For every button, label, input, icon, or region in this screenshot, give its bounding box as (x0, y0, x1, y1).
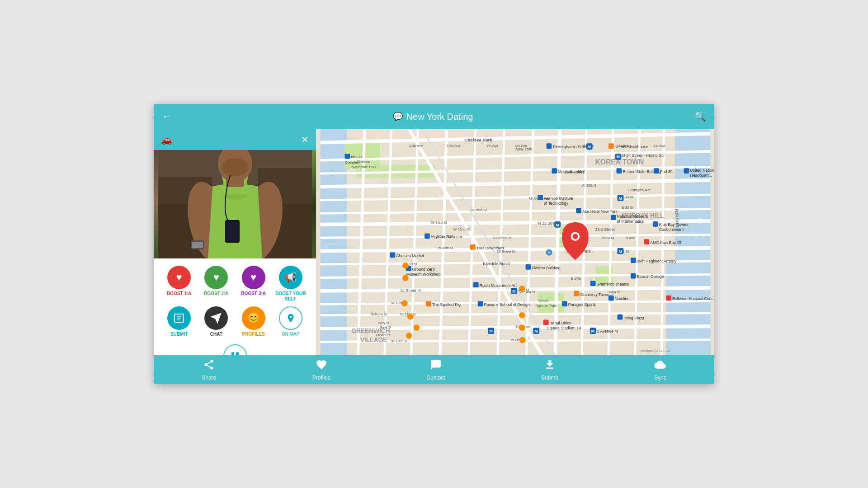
svg-point-206 (402, 275, 409, 282)
sub-header: 🚗 ✕ (154, 129, 316, 150)
tab-contact[interactable]: Contact (426, 359, 445, 381)
svg-text:United Nation: United Nation (690, 168, 714, 173)
header-bar: ← 💬 New York Dating 🔍 (154, 104, 714, 129)
tab-sync[interactable]: Sync (654, 359, 666, 381)
svg-text:23rd Street: 23rd Street (595, 227, 615, 232)
svg-text:14 Street M: 14 Street M (400, 288, 421, 293)
svg-text:Pennsylvania Station: Pennsylvania Station (553, 145, 590, 149)
svg-rect-112 (609, 143, 614, 149)
svg-text:Kips Bay Towers: Kips Bay Towers (659, 222, 689, 227)
svg-text:of Technology: of Technology (544, 201, 569, 206)
chat-button[interactable]: CHAT (200, 306, 232, 337)
svg-point-207 (402, 263, 409, 269)
svg-text:M: M (588, 145, 591, 149)
car-icon: 🚗 (161, 134, 172, 145)
boost3-button[interactable]: ♥ BOOST 3:A (237, 266, 270, 302)
svg-text:Union: Union (538, 298, 549, 303)
boost-self-icon: 📢 (279, 266, 302, 289)
header-chat-icon: 💬 (393, 112, 403, 122)
svg-text:Maialino: Maialino (615, 296, 630, 301)
boost2-button[interactable]: ♥ BOOST 2:A (200, 266, 232, 302)
svg-text:18 St: 18 St (409, 262, 418, 266)
tab-profiles-label: Profiles (312, 375, 330, 381)
contact-icon (430, 359, 442, 373)
profiles-tab-icon (316, 359, 327, 373)
svg-rect-121 (617, 168, 622, 174)
sync-icon (654, 359, 666, 373)
boost1-button[interactable]: ♥ BOOST 1:A (163, 266, 195, 302)
svg-text:Lexington Ave: Lexington Ave (628, 188, 651, 192)
svg-text:Condominium: Condominium (659, 227, 684, 232)
profiles-button[interactable]: 😊 PROFILES (237, 306, 270, 337)
on-map-button[interactable]: ON MAP (274, 306, 307, 337)
svg-text:E 30 St: E 30 St (622, 206, 633, 210)
submit-tab-icon (544, 359, 556, 373)
grid-button[interactable] (223, 344, 247, 355)
svg-text:of Mathematics: of Mathematics (617, 219, 644, 224)
svg-text:The Spotted Pig: The Spotted Pig (432, 302, 461, 307)
svg-text:M: M (617, 155, 620, 159)
svg-text:W 30th St: W 30th St (582, 183, 598, 188)
svg-rect-10 (226, 221, 239, 241)
svg-point-203 (519, 312, 525, 319)
tab-contact-label: Contact (426, 375, 445, 381)
header-title-wrap: 💬 New York Dating (393, 112, 473, 122)
svg-text:Ace Hotel New York: Ace Hotel New York (582, 209, 618, 214)
svg-text:Square Stadium 14: Square Stadium 14 (547, 326, 581, 330)
boost-self-label: BOOST YOUR SELF (274, 291, 307, 302)
close-button[interactable]: ✕ (301, 134, 309, 145)
svg-text:M: M (489, 329, 492, 333)
svg-rect-169 (426, 301, 431, 306)
svg-rect-171 (478, 301, 483, 306)
svg-rect-157 (631, 258, 636, 263)
svg-point-199 (414, 324, 420, 331)
boost3-icon: ♥ (242, 266, 265, 289)
boost-self-button[interactable]: 📢 BOOST YOUR SELF (274, 266, 307, 302)
svg-text:9th Ave: 9th Ave (486, 144, 498, 148)
svg-rect-167 (562, 301, 567, 306)
svg-point-204 (519, 324, 525, 331)
svg-rect-177 (617, 314, 623, 320)
bottom-tab-bar: Share Profiles Contact (154, 355, 714, 384)
svg-text:M: M (556, 223, 559, 227)
svg-text:GREENWICH: GREENWICH (351, 328, 390, 334)
tab-profiles[interactable]: Profiles (312, 359, 330, 381)
svg-text:Fashion Institute: Fashion Institute (544, 196, 573, 201)
svg-rect-107 (547, 143, 552, 149)
svg-text:Square Park: Square Park (535, 304, 558, 308)
submit-button[interactable]: SUBMIT (163, 306, 195, 337)
svg-text:11th Ave: 11th Ave (409, 144, 423, 148)
boost2-label: BOOST 2:A (204, 291, 228, 296)
svg-text:Flatiron Building: Flatiron Building (532, 266, 560, 270)
boost1-label: BOOST 1:A (167, 291, 191, 296)
svg-text:New York: New York (515, 147, 533, 151)
tab-submit[interactable]: Submit (541, 359, 558, 381)
svg-rect-163 (574, 291, 579, 296)
svg-text:Gramercy Tavern: Gramercy Tavern (580, 292, 611, 297)
svg-text:TAO Downtown: TAO Downtown (476, 246, 504, 250)
svg-text:Parsons School of Design: Parsons School of Design (484, 302, 529, 307)
svg-text:VILLAGE: VILLAGE (360, 337, 387, 343)
svg-text:Regal Union: Regal Union (549, 321, 571, 325)
svg-rect-148 (653, 221, 658, 227)
svg-text:69th Regiment Armory: 69th Regiment Armory (637, 259, 677, 263)
svg-text:AMC Kips Bay 15: AMC Kips Bay 15 (650, 240, 681, 245)
action-buttons-grid: ♥ BOOST 1:A ♥ BOOST 2:A ♥ BOOST 3:A 📢 BO… (154, 258, 316, 344)
svg-text:Irving Plaza: Irving Plaza (623, 316, 644, 320)
svg-point-202 (519, 286, 525, 292)
svg-text:23 Street M: 23 Street M (493, 236, 511, 240)
svg-text:Museum Workshop: Museum Workshop (406, 272, 441, 277)
search-button[interactable]: 🔍 (694, 111, 706, 122)
svg-text:Chelsea Park: Chelsea Park (464, 137, 492, 142)
svg-text:28 St M: 28 St M (602, 236, 614, 240)
tab-share[interactable]: Share (202, 359, 216, 381)
back-button[interactable]: ← (162, 111, 172, 122)
svg-rect-151 (644, 239, 649, 244)
svg-text:Headquart...: Headquart... (690, 173, 712, 178)
svg-text:Chelsea Market: Chelsea Market (396, 253, 424, 258)
svg-text:Baruch College: Baruch College (637, 274, 664, 279)
on-map-icon (279, 306, 302, 330)
svg-text:5 Ave: 5 Ave (626, 236, 635, 240)
svg-text:Kartdata ©2017 Go: Kartdata ©2017 Go (640, 349, 670, 353)
svg-text:M: M (512, 289, 515, 294)
